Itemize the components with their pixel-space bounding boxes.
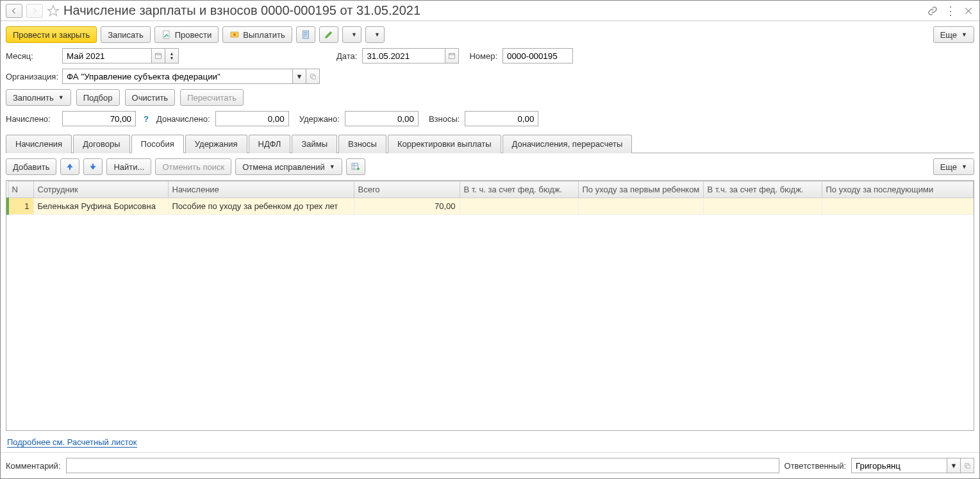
cell-first: [578, 198, 703, 215]
cell-next: [822, 198, 974, 215]
col-next-children[interactable]: По уходу за последующими: [822, 181, 974, 198]
cell-fed1: [460, 198, 578, 215]
pay-icon: [229, 29, 240, 40]
col-n[interactable]: N: [8, 181, 33, 198]
nav-back-button[interactable]: [6, 4, 22, 18]
contrib-label: Взносы:: [429, 114, 460, 124]
report-icon: [301, 29, 311, 40]
calendar-icon: [448, 52, 456, 60]
col-employee[interactable]: Сотрудник: [33, 181, 168, 198]
cell-total: 70,00: [354, 198, 460, 215]
pick-button[interactable]: Подбор: [76, 89, 120, 106]
responsible-label: Ответственный:: [785, 461, 846, 471]
svg-rect-5: [449, 54, 455, 59]
responsible-field[interactable]: [851, 458, 947, 473]
accrued-field[interactable]: [62, 111, 136, 126]
find-button[interactable]: Найти...: [106, 158, 151, 175]
more-button[interactable]: Еще▼: [933, 26, 974, 43]
save-button[interactable]: Записать: [101, 26, 151, 43]
col-total[interactable]: Всего: [354, 181, 460, 198]
svg-rect-3: [303, 31, 308, 38]
tab-loans[interactable]: Займы: [292, 135, 337, 153]
additional-label: Доначислено:: [156, 114, 210, 124]
open-icon: [310, 73, 317, 80]
cell-employee: Беленькая Руфина Борисовна: [33, 198, 168, 215]
number-field[interactable]: [502, 48, 573, 63]
cancel-fix-button[interactable]: Отмена исправлений▼: [235, 158, 342, 175]
table-row[interactable]: 1 Беленькая Руфина Борисовна Пособие по …: [8, 198, 974, 215]
horizontal-scrollbar[interactable]: [6, 420, 974, 430]
table-plus-icon: [351, 162, 361, 172]
month-field[interactable]: [62, 48, 152, 63]
responsible-dropdown-button[interactable]: ▼: [947, 458, 961, 473]
tab-deductions[interactable]: Удержания: [185, 135, 247, 153]
cancel-search-button[interactable]: Отменить поиск: [155, 158, 231, 175]
more-menu-icon[interactable]: ⋮: [945, 5, 956, 17]
tab-contracts[interactable]: Договоры: [73, 135, 129, 153]
page-title: Начисление зарплаты и взносов 0000-00019…: [63, 3, 923, 18]
tab-contributions[interactable]: Взносы: [338, 135, 386, 153]
pay-button[interactable]: Выплатить: [222, 26, 292, 43]
post-button[interactable]: Провести: [154, 26, 219, 43]
accrued-label: Начислено:: [6, 114, 57, 124]
fill-button[interactable]: Заполнить▼: [6, 89, 71, 106]
arrow-down-icon: [88, 162, 97, 171]
move-down-button[interactable]: [83, 158, 103, 175]
attach-button[interactable]: ▼: [342, 26, 361, 43]
withheld-field[interactable]: [345, 111, 419, 126]
add-row-button[interactable]: Добавить: [6, 158, 56, 175]
sub-more-button[interactable]: Еще▼: [933, 158, 974, 175]
show-details-button[interactable]: [346, 158, 365, 175]
tab-corrections[interactable]: Корректировки выплаты: [388, 135, 501, 153]
month-stepper[interactable]: ▲▼: [165, 48, 179, 63]
calendar-button[interactable]: [151, 48, 165, 63]
tab-benefits[interactable]: Пособия: [131, 135, 184, 153]
col-fed2[interactable]: В т.ч. за счет фед. бюдж.: [703, 181, 822, 198]
arrow-left-icon: [10, 7, 18, 15]
post-and-close-button[interactable]: Провести и закрыть: [6, 26, 97, 43]
contrib-field[interactable]: [465, 111, 538, 126]
org-field[interactable]: [62, 69, 293, 84]
footer: Комментарий: Ответственный: ▼: [1, 452, 979, 478]
arrow-up-icon: [65, 162, 74, 171]
main-toolbar: Провести и закрыть Записать Провести Вып…: [1, 21, 979, 48]
svg-rect-7: [352, 164, 358, 169]
col-accrual[interactable]: Начисление: [168, 181, 354, 198]
favorite-star-icon[interactable]: [47, 4, 60, 17]
date-label: Дата:: [336, 51, 357, 61]
responsible-open-button[interactable]: [960, 458, 974, 473]
link-icon[interactable]: [927, 5, 938, 17]
cell-fed2: [703, 198, 822, 215]
col-first-child[interactable]: По уходу за первым ребенком: [578, 181, 703, 198]
help-icon[interactable]: ?: [144, 114, 149, 124]
tab-ndfl[interactable]: НДФЛ: [249, 135, 291, 153]
folder-button[interactable]: ▼: [365, 26, 385, 43]
cell-accrual: Пособие по уходу за ребенком до трех лет: [168, 198, 354, 215]
col-fed1[interactable]: В т. ч. за счет фед. бюдж.: [460, 181, 578, 198]
org-dropdown-button[interactable]: ▼: [292, 69, 306, 84]
payslip-link[interactable]: Подробнее см. Расчетный листок: [7, 437, 137, 448]
date-field[interactable]: [362, 48, 445, 63]
org-label: Организация:: [6, 72, 57, 81]
tab-accruals[interactable]: Начисления: [6, 135, 72, 153]
recalc-button[interactable]: Пересчитать: [180, 89, 244, 106]
tabs: Начисления Договоры Пособия Удержания НД…: [6, 134, 974, 153]
pencil-icon: [324, 29, 334, 40]
org-open-button[interactable]: [306, 69, 320, 84]
titlebar: Начисление зарплаты и взносов 0000-00019…: [1, 1, 979, 21]
move-up-button[interactable]: [60, 158, 79, 175]
date-calendar-button[interactable]: [445, 48, 459, 63]
tab-additional[interactable]: Доначисления, перерасчеты: [502, 135, 633, 153]
additional-field[interactable]: [215, 111, 289, 126]
cell-n: 1: [8, 198, 33, 215]
arrow-right-icon: [31, 7, 38, 15]
report-button[interactable]: [296, 26, 315, 43]
post-icon: [162, 29, 172, 40]
nav-forward-button[interactable]: [26, 4, 43, 18]
svg-rect-4: [156, 54, 162, 59]
close-icon[interactable]: [963, 5, 974, 17]
clear-button[interactable]: Очистить: [125, 89, 176, 106]
edit-button[interactable]: [319, 26, 338, 43]
comment-field[interactable]: [66, 458, 779, 473]
comment-label: Комментарий:: [6, 461, 61, 471]
